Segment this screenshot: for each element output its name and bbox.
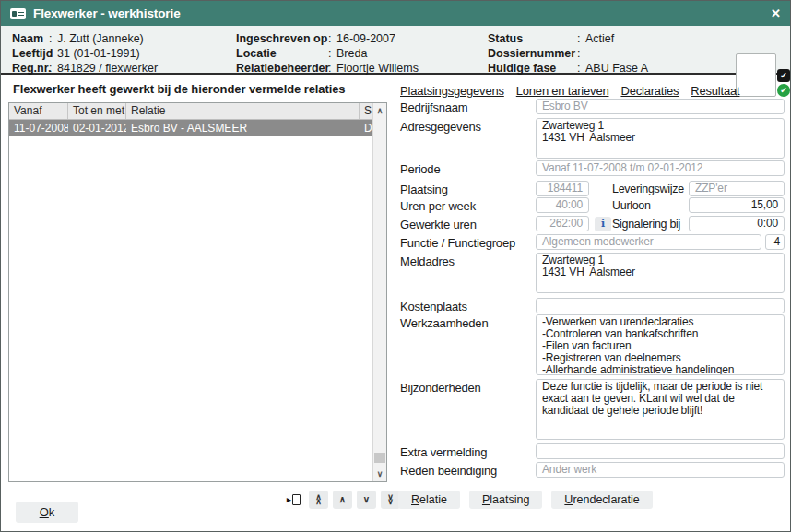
status-label: Status (488, 31, 577, 46)
reden-beeindiging-label: Reden beëindiging (400, 464, 497, 478)
status-value: Actief (585, 31, 614, 46)
meldadres-label: Meldadres (400, 254, 455, 268)
extra-vermelding-label: Extra vermelding (400, 445, 487, 459)
plaatsing-field[interactable]: 184411 (536, 181, 589, 196)
werkzaamheden-label: Werkzaamheden (400, 316, 488, 330)
green-check-icon: ✔ (777, 84, 790, 97)
relatiebeheerder-value: Floortje Willems (336, 61, 419, 76)
header-column-left: Naam:J. Zutt (Janneke) Leeftijd:31 (01-0… (12, 31, 233, 76)
column-header-vanaf: Vanaf (9, 103, 68, 119)
uurloon-field[interactable]: 15,00 (689, 197, 785, 213)
tab-plaatsingsgegevens[interactable]: Plaatsingsgegevens (400, 84, 504, 98)
locatie-label: Locatie (236, 46, 328, 61)
row-vanaf: 11-07-2008 (9, 120, 68, 136)
huidige-fase-label: Huidige fase (488, 61, 577, 76)
signalering-bij-field[interactable]: 0:00 (689, 216, 785, 231)
title-bar[interactable]: Flexwerker - werkhistorie ✕ (1, 1, 790, 26)
huidige-fase-value: ABU Fase A (585, 61, 648, 76)
naam-value: J. Zutt (Janneke) (57, 31, 144, 46)
functiegroep-field[interactable]: 4 (765, 234, 785, 250)
column-header-s: S (360, 103, 372, 119)
scrollbar-thumb[interactable] (374, 453, 385, 463)
uren-per-week-label: Uren per week (400, 199, 476, 213)
naam-label: Naam (12, 31, 49, 46)
next-record-button[interactable]: ∨ (357, 491, 376, 509)
signalering-bij-label: Signalering bij (612, 218, 680, 231)
leveringswijze-field[interactable]: ZZP'er (689, 181, 785, 196)
checked-checkbox-icon[interactable]: ✔ (777, 69, 790, 82)
tab-declaraties[interactable]: Declaraties (620, 84, 679, 98)
page-arrow-icon: ▸ (289, 494, 301, 506)
photo-placeholder (736, 53, 776, 97)
uren-per-week-field[interactable]: 40:00 (536, 197, 589, 213)
chevron-down-icon: ∨ (363, 495, 370, 504)
functie-field[interactable]: Algemeen medewerker (536, 234, 761, 250)
ingeschreven-op-value: 16-09-2007 (336, 31, 396, 46)
scroll-down-icon[interactable]: ∨ (373, 467, 386, 481)
chevron-up-icon: ∧ (339, 495, 346, 504)
reden-beeindiging-field[interactable]: Ander werk (536, 462, 785, 478)
meldadres-field[interactable]: Zwarteweg 1 1431 VH Aalsmeer (536, 253, 785, 293)
action-buttons: Relatie Plaatsing Urendeclaratie (398, 491, 653, 509)
list-scrollbar[interactable]: ∧ ∨ (372, 103, 386, 481)
adresgegevens-field[interactable]: Zwarteweg 1 1431 VH Aalsmeer (536, 118, 785, 159)
relations-listbox: Vanaf Tot en met Relatie S 11-07-2008 02… (8, 102, 387, 482)
ingeschreven-op-label: Ingeschreven op (236, 31, 328, 46)
header-column-middle: Ingeschreven op:16-09-2007 Locatie:Breda… (236, 31, 485, 76)
last-record-button[interactable]: ∨∨ (381, 491, 400, 509)
plaatsing-button[interactable]: Plaatsing (469, 491, 542, 509)
info-icon[interactable]: i (595, 217, 611, 231)
bijzonderheden-field[interactable]: Deze functie is tijdelijk, maar de perio… (536, 379, 785, 440)
dossiernummer-label: Dossiernummer (488, 46, 577, 61)
plaatsing-label: Plaatsing (400, 183, 448, 196)
extra-vermelding-field[interactable] (536, 443, 785, 459)
flexwerker-werkhistorie-window: Flexwerker - werkhistorie ✕ Naam:J. Zutt… (0, 0, 791, 532)
relatiebeheerder-label: Relatiebeheerder (236, 61, 328, 76)
werkzaamheden-field[interactable]: -Verwerken van urendeclaraties -Controle… (536, 314, 785, 375)
leveringswijze-label: Leveringswijze (612, 183, 684, 195)
uurloon-label: Uurloon (612, 199, 651, 212)
ok-button[interactable]: Ok (16, 502, 78, 523)
double-chevron-down-icon: ∨∨ (387, 495, 394, 505)
first-record-button[interactable]: ∧∧ (309, 491, 328, 509)
bijzonderheden-label: Bijzonderheden (400, 381, 481, 395)
functie-functiegroep-label: Functie / Functiegroep (400, 236, 515, 250)
leeftijd-value: 31 (01-01-1991) (57, 46, 140, 61)
table-row[interactable]: 11-07-2008 02-01-2012 Esbro BV - AALSMEE… (9, 120, 372, 136)
gewerkte-uren-label: Gewerkte uren (400, 218, 477, 231)
id-card-icon (10, 8, 26, 19)
previous-record-button[interactable]: ∧ (333, 491, 352, 509)
column-header-tot-en-met: Tot en met (68, 103, 126, 119)
periode-label: Periode (400, 162, 440, 176)
adresgegevens-label: Adresgegevens (400, 120, 481, 134)
bedrijfsnaam-label: Bedrijfsnaam (400, 100, 467, 114)
regnr-value: 841829 / flexwerker (57, 61, 158, 76)
row-s: D (360, 120, 372, 136)
gewerkte-uren-field[interactable]: 262:00 (536, 216, 589, 231)
relatie-button[interactable]: Relatie (398, 491, 460, 509)
leeftijd-label: Leeftijd (12, 46, 49, 61)
column-header-relatie: Relatie (126, 103, 360, 119)
close-icon[interactable]: ✕ (771, 6, 781, 20)
relations-list-header: Vanaf Tot en met Relatie S (9, 103, 372, 120)
person-info-header: Naam:J. Zutt (Janneke) Leeftijd:31 (01-0… (1, 26, 790, 75)
double-chevron-up-icon: ∧∧ (315, 495, 322, 505)
periode-field[interactable]: Vanaf 11-07-2008 t/m 02-01-2012 (536, 160, 785, 176)
window-title: Flexwerker - werkhistorie (33, 6, 181, 20)
header-column-right: Status:Actief Dossiernummer: Huidige fas… (488, 31, 729, 76)
record-navigation: ▸ ∧∧ ∧ ∨ ∨∨ (285, 491, 400, 509)
row-relatie: Esbro BV - AALSMEER (126, 120, 360, 136)
row-tot-en-met: 02-01-2012 (68, 120, 126, 136)
form-tabs: Plaatsingsgegevens Lonen en tarieven Dec… (400, 84, 739, 98)
scroll-up-icon[interactable]: ∧ (373, 103, 386, 118)
kostenplaats-field[interactable] (536, 298, 785, 313)
new-record-button[interactable]: ▸ (285, 491, 304, 509)
regnr-label: Reg.nr. (12, 61, 49, 76)
tab-lonen-en-tarieven[interactable]: Lonen en tarieven (516, 84, 609, 98)
urendeclaratie-button[interactable]: Urendeclaratie (551, 491, 652, 509)
relations-list-caption: Flexwerker heeft gewerkt bij de hieronde… (13, 82, 345, 96)
kostenplaats-label: Kostenplaats (400, 300, 467, 313)
locatie-value: Breda (336, 46, 367, 61)
tab-resultaat[interactable]: Resultaat (691, 84, 739, 98)
bedrijfsnaam-field[interactable]: Esbro BV (536, 99, 785, 114)
